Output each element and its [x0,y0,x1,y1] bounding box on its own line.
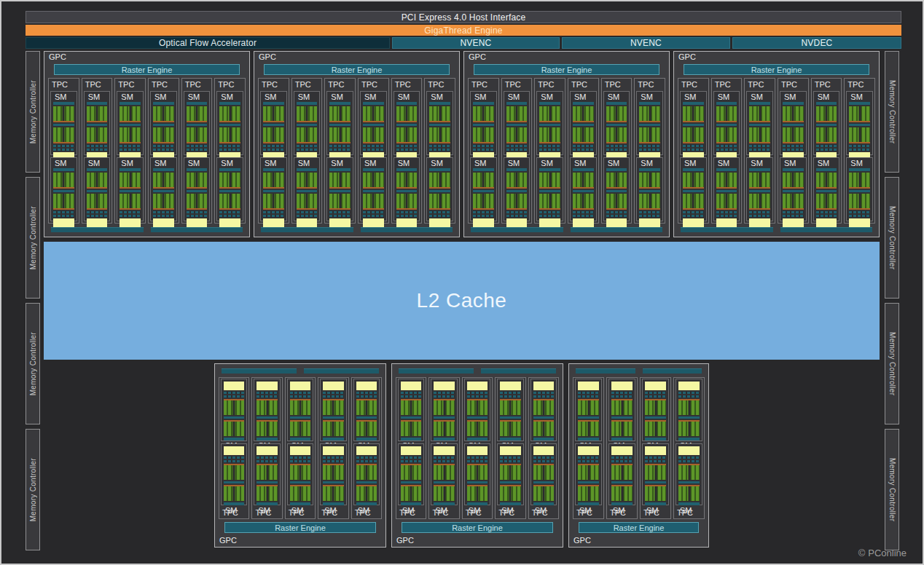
sm-block: SM [676,443,702,506]
sm-teal-bar [187,102,208,105]
sm-green-core-grid [120,106,141,122]
sm-green-core-grid [401,399,421,415]
watermark-text: PConline [868,548,907,558]
sm-block: SM [813,157,840,221]
sm-green-core-grid [467,464,488,480]
tpc-label: TPC [318,507,348,518]
sm-green-core-grid [506,106,528,122]
sm-dash-bar [573,145,594,147]
sm-green-core-grid [87,106,108,122]
memory-controller-right-3: Memory Controller [885,303,899,424]
tpc-column: TPCSMSM [214,78,246,224]
sm-green-core-grid [645,399,666,415]
sm-dash-bar [539,211,560,213]
sm-green-core-grid [120,173,141,189]
sm-teal-bar-thin [678,481,700,483]
sm-green-core-grid [257,420,277,436]
gpc-label: GPC [464,52,669,63]
sm-dash-bar [611,457,633,459]
sm-teal-bar-thin [187,190,208,192]
sm-label: SM [606,158,627,168]
sm-teal-bar-thin [473,124,494,126]
sm-dash-bar [323,457,343,459]
sm-green-core-grid [356,464,377,480]
gpc-bottom-bars [261,227,453,232]
sm-green-core-grid [716,173,737,189]
gpc-teal-bar [399,368,474,374]
sm-green-core-grid [611,464,633,480]
sm-block: SM [570,91,597,155]
sm-dash-bar [500,395,520,398]
sm-teal-bar-thin [224,416,244,419]
sm-teal-bar-thin [323,416,343,419]
sm-dash-bar [329,215,351,217]
sm-green-core-grid [573,173,594,189]
sm-teal-bar [429,168,450,171]
sm-block: SM [294,157,321,221]
sm-teal-bar-thin [87,124,108,126]
sm-dash-bar [257,392,277,394]
tpc-column: TPCSMSM [601,78,633,224]
sm-green-core-grid [187,173,208,189]
gpc-block: GPCRaster EngineTPCSMSMTPCSMSMTPCSMSMTPC… [673,51,880,237]
sm-yellow-block [578,446,599,455]
sm-teal-bar-thin [639,124,660,126]
tpc-column: SMSMTPC [251,377,282,519]
sm-green-core-grid [683,194,704,210]
sm-yellow-block [467,382,488,390]
sm-yellow-block [429,218,450,227]
tpc-column: SMSMTPC [428,377,459,519]
sm-dash-bar [539,215,560,217]
sm-teal-bar [783,102,804,105]
sm-green-core-grid [224,464,244,480]
gpc-label: GPC [215,534,385,547]
sm-yellow-block [224,382,244,390]
sm-green-core-grid [578,464,599,480]
sm-dash-bar [290,460,310,462]
sm-green-core-grid [329,173,351,189]
sm-dash-bar [329,145,351,147]
sm-green-core-grid [153,194,174,210]
sm-dash-bar [539,145,560,147]
sm-yellow-block [533,446,554,455]
sm-block: SM [398,379,424,441]
tpc-column: TPCSMSM [48,78,79,224]
tpc-row: TPCSMSMTPCSMSMTPCSMSMTPCSMSMTPCSMSMTPCSM… [44,76,249,225]
tpc-label: TPC [396,507,426,518]
gpu-block-diagram: PCI Express 4.0 Host Interface GigaThrea… [0,0,924,565]
sm-dash-bar [611,392,633,394]
sm-block: SM [260,157,287,221]
sm-block: SM [360,157,387,221]
tpc-row: SMSMTPCSMSMTPCSMSMTPCSMSMTPC [569,376,708,521]
sm-teal-bar-thin [297,124,318,126]
tpc-label: TPC [463,507,492,518]
sm-dash-bar [816,211,837,213]
sm-green-core-grid [429,173,450,189]
sm-teal-bar [297,168,318,171]
sm-dash-bar [396,145,418,147]
sm-block: SM [254,379,280,441]
tpc-column: SMSMTPC [528,377,559,519]
sm-dash-bar [363,211,384,213]
sm-green-core-grid [539,106,560,122]
sm-green-core-grid [219,173,240,189]
sm-yellow-block [187,218,208,227]
raster-engine-bar: Raster Engine [54,64,240,75]
sm-teal-bar [639,168,660,171]
sm-block: SM [530,443,557,506]
sm-block: SM [780,91,807,155]
tpc-label: TPC [215,79,245,90]
tpc-label: TPC [502,79,532,90]
sm-block: SM [326,157,353,221]
tpc-column: TPCSMSM [114,78,146,224]
sm-yellow-block [263,218,284,227]
tpc-column: TPCSMSM [424,78,455,224]
sm-teal-bar-thin [500,481,520,483]
sm-green-core-grid [329,194,351,210]
sm-block: SM [216,91,243,155]
sm-dash-bar [396,149,418,151]
sm-green-core-grid [434,464,454,480]
sm-green-core-grid [578,420,599,436]
sm-label: SM [187,158,208,168]
memory-controller-left-2: Memory Controller [26,177,40,299]
